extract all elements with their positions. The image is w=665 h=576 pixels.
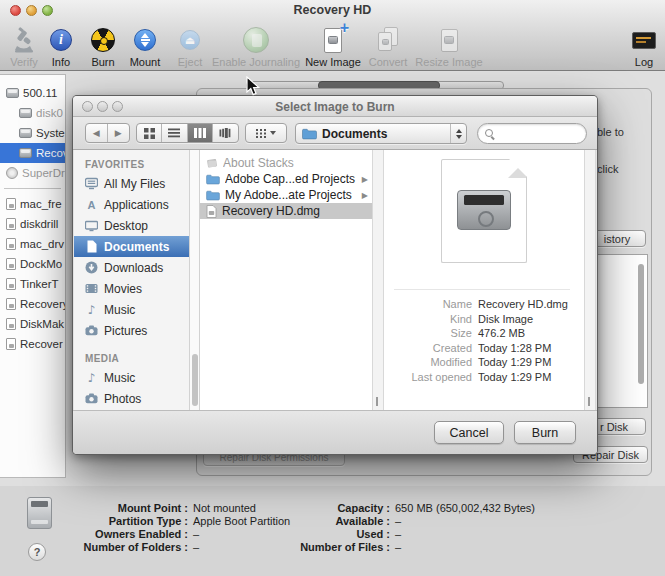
file-name: My Adobe...ate Projects: [225, 188, 357, 202]
sidebar-item-label: DiskMak: [20, 318, 64, 330]
column-resize-handle-icon[interactable]: [376, 397, 378, 406]
sidebar-item-label: Desktop: [104, 219, 148, 233]
info-row: Owners Enabled : –: [60, 528, 199, 541]
disk-image-icon: [6, 258, 16, 270]
resize-page-icon: [441, 29, 458, 52]
info-label: Available :: [295, 515, 390, 528]
forward-button[interactable]: ▶: [108, 124, 129, 142]
location-popup[interactable]: Documents: [295, 123, 467, 144]
info-value: –: [395, 515, 401, 528]
disk-image-icon: [6, 218, 16, 230]
superdrive-icon: [6, 167, 18, 179]
sidebar-item-all-my-files[interactable]: All My Files: [74, 173, 189, 194]
file-row-about-stacks[interactable]: About Stacks: [200, 155, 372, 171]
sidebar-item-image[interactable]: Recover: [0, 334, 65, 354]
file-name: About Stacks: [223, 156, 368, 170]
sidebar-item-partition[interactable]: Syste: [0, 123, 65, 143]
list-view-icon: [168, 128, 180, 138]
documents-icon: [85, 240, 98, 253]
arrange-button[interactable]: [245, 123, 287, 143]
sidebar-item-label: Music: [104, 371, 135, 385]
sidebar-item-applications[interactable]: A Applications: [74, 194, 189, 215]
sidebar-item-superdrive[interactable]: SuperDr: [0, 163, 65, 183]
toolbar-new-image-button[interactable]: + New Image: [303, 23, 363, 68]
sidebar-item-desktop[interactable]: Desktop: [74, 215, 189, 236]
toolbar-mount-button[interactable]: Mount: [121, 23, 169, 68]
camera-icon: [85, 324, 98, 337]
window-title: Recovery HD: [0, 3, 665, 17]
grid-view-icon: [144, 128, 155, 139]
sidebar-item-label: Downloads: [104, 261, 163, 275]
sidebar-item-image[interactable]: Recovery: [0, 294, 65, 314]
toolbar-label: Convert: [369, 56, 408, 68]
file-row-selected-dmg[interactable]: Recovery HD.dmg: [200, 203, 372, 219]
media-header: MEDIA: [85, 353, 189, 364]
hard-disk-icon: [6, 88, 19, 98]
sidebar-item-documents[interactable]: Documents: [74, 236, 189, 257]
sidebar-item-label: mac_fre: [20, 198, 62, 210]
sidebar-item-image[interactable]: mac_drv: [0, 234, 65, 254]
sidebar-item-downloads[interactable]: Downloads: [74, 257, 189, 278]
desktop-icon: [85, 219, 98, 232]
sidebar-item-movies[interactable]: Movies: [74, 278, 189, 299]
sidebar-item-image[interactable]: mac_fre: [0, 194, 65, 214]
scrollbar-thumb[interactable]: [638, 264, 644, 384]
preview-value: Today 1:29 PM: [478, 371, 551, 383]
disk-image-icon: [6, 198, 16, 210]
sidebar-item-image[interactable]: DiskMak: [0, 314, 65, 334]
sidebar-item-photos[interactable]: Photos: [74, 388, 189, 409]
sidebar-item-label: disk0: [36, 107, 63, 119]
sidebar-item-media-music[interactable]: ♪ Music: [74, 367, 189, 388]
info-label: Owners Enabled :: [60, 528, 188, 541]
help-button[interactable]: ?: [28, 543, 46, 561]
sidebar-item-music[interactable]: ♪ Music: [74, 299, 189, 320]
sidebar-item-partition[interactable]: disk0: [0, 103, 65, 123]
preview-value: 476.2 MB: [478, 327, 525, 339]
column-divider[interactable]: [584, 150, 596, 412]
column-divider[interactable]: [372, 150, 384, 412]
scrollbar-thumb[interactable]: [192, 354, 198, 406]
preview-column: NameRecovery HD.dmg KindDisk Image Size4…: [384, 150, 584, 412]
list-view-button[interactable]: [162, 124, 187, 142]
select-image-dialog: Select Image to Burn ◀ ▶: [72, 95, 598, 455]
folder-icon: [206, 190, 220, 201]
sidebar-scrollbar[interactable]: [190, 150, 200, 412]
sidebar-item-pictures[interactable]: Pictures: [74, 320, 189, 341]
toolbar-info-button[interactable]: i Info: [40, 23, 82, 68]
search-input[interactable]: [494, 128, 574, 140]
info-value: Apple Boot Partition: [193, 515, 290, 528]
popup-stepper-icon: [450, 124, 466, 143]
icon-view-button[interactable]: [137, 124, 162, 142]
sidebar-item-label: All My Files: [104, 177, 165, 191]
toolbar-convert-button[interactable]: Convert: [362, 23, 414, 68]
hard-drive-icon: [27, 497, 52, 529]
toolbar-burn-button[interactable]: Burn: [82, 23, 124, 68]
sidebar-item-image[interactable]: TinkerT: [0, 274, 65, 294]
file-row-folder[interactable]: Adobe Cap...ed Projects ▶: [200, 171, 372, 187]
back-button[interactable]: ◀: [86, 124, 108, 142]
info-value: –: [395, 528, 401, 541]
cancel-button[interactable]: Cancel: [434, 421, 504, 444]
preview-info: NameRecovery HD.dmg KindDisk Image Size4…: [384, 297, 576, 384]
file-row-folder[interactable]: My Adobe...ate Projects ▶: [200, 187, 372, 203]
sidebar-item-disk[interactable]: 500.11: [0, 83, 65, 103]
sidebar-item-image[interactable]: diskdrill: [0, 214, 65, 234]
sidebar-item-partition-selected[interactable]: Recov: [0, 143, 65, 163]
sidebar-item-label: Recover: [20, 338, 63, 350]
sidebar-item-image[interactable]: DockMo: [0, 254, 65, 274]
music-note-icon: ♪: [85, 371, 98, 384]
arrange-grid-icon: [256, 129, 266, 138]
hard-drive-graphic: [457, 190, 511, 230]
disclosure-triangle-icon: ▶: [362, 175, 368, 184]
toolbar-resize-image-button[interactable]: Resize Image: [414, 23, 484, 68]
toolbar-label: Eject: [178, 56, 202, 68]
burn-button[interactable]: Burn: [514, 421, 576, 444]
coverflow-view-button[interactable]: [213, 124, 238, 142]
column-resize-handle-icon[interactable]: [588, 397, 590, 406]
column-view-button[interactable]: [188, 124, 213, 142]
preview-label: Kind: [384, 313, 472, 325]
search-field[interactable]: [477, 123, 587, 144]
back-icon: ◀: [93, 128, 100, 138]
toolbar-log-button[interactable]: Log: [625, 23, 663, 68]
toolbar-enable-journaling-button[interactable]: Enable Journaling: [206, 23, 306, 68]
